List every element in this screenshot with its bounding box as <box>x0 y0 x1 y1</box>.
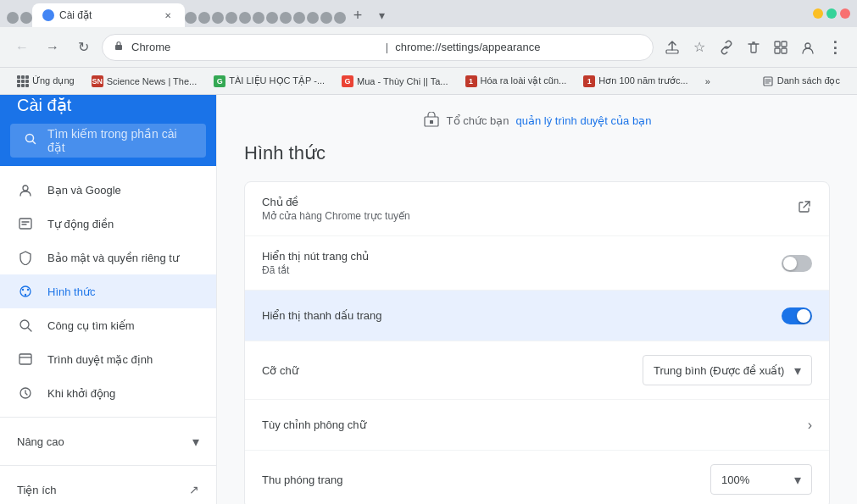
sidebar-item-khi-khoi-dong[interactable]: Khi khởi động <box>0 376 216 410</box>
reading-list-btn[interactable]: Danh sách đọc <box>755 72 847 91</box>
maximize-btn[interactable] <box>826 8 837 19</box>
person-icon <box>17 181 34 198</box>
sidebar-divider <box>0 417 216 418</box>
search-icon <box>24 132 37 149</box>
row-label: Thu phóng trang <box>262 474 710 486</box>
row-label: Cỡ chữ <box>262 364 643 377</box>
sidebar-item-tu-dong-dien[interactable]: Tự động điền <box>0 207 216 241</box>
row-control <box>782 307 812 324</box>
sidebar-nav: Bạn và Google Tự động điền Bảo mật và qu… <box>0 166 216 504</box>
tab-label: Cài đặt <box>59 9 92 21</box>
page-title: Hình thức <box>244 142 830 164</box>
bookmark-more-label: » <box>705 76 710 86</box>
sidebar-label: Công cụ tìm kiếm <box>47 319 135 332</box>
settings-row-co-chu: Cỡ chữ Trung bình (Được đề xuất) ▾ <box>245 341 829 400</box>
new-tab-button[interactable]: + <box>346 3 370 27</box>
reading-list-label: Danh sách đọc <box>777 75 840 86</box>
settings-search-bar[interactable]: Tìm kiếm trong phần cài đặt <box>10 124 206 158</box>
delete-button[interactable] <box>742 36 765 59</box>
row-text: Cỡ chữ <box>262 364 643 377</box>
row-sublabel: Đã tắt <box>262 264 782 276</box>
sidebar-tienich[interactable]: Tiện ích ↗ <box>0 473 216 504</box>
row-text: Thu phóng trang <box>262 474 710 486</box>
address-bar[interactable]: Chrome | chrome://settings/appearance <box>102 34 654 61</box>
settings-row-tuy-chinh-phong-chu[interactable]: Tùy chỉnh phông chữ › <box>245 400 829 451</box>
row-text: Chủ đề Mở cửa hàng Chrome trực tuyến <box>262 196 797 222</box>
sidebar-divider2 <box>0 465 216 466</box>
more-menu-button[interactable]: ⋮ <box>823 36 847 59</box>
reading-list-icon <box>762 75 774 87</box>
bookmark-tai-lieu[interactable]: G TÀI LIỆU HỌC TẬP -... <box>207 72 331 91</box>
svg-rect-6 <box>782 48 787 53</box>
svg-point-13 <box>22 289 24 291</box>
forward-button[interactable]: → <box>41 36 64 59</box>
hon-100-favicon: 1 <box>583 75 595 87</box>
bookmark-more-btn[interactable]: » <box>698 72 717 91</box>
sidebar-item-trinh-duyet-mac-dinh[interactable]: Trình duyệt mặc định <box>0 342 216 376</box>
extensions-button[interactable] <box>769 36 793 59</box>
homepage-toggle[interactable] <box>782 255 812 272</box>
svg-rect-5 <box>775 48 780 53</box>
font-size-dropdown[interactable]: Trung bình (Được đề xuất) ▾ <box>643 355 812 385</box>
sidebar-item-bao-mat[interactable]: Bảo mật và quyền riêng tư <box>0 241 216 274</box>
bookmark-label: Hóa ra loài vật cũn... <box>481 75 567 86</box>
tabs-more-button[interactable]: ▾ <box>370 3 393 27</box>
svg-rect-4 <box>782 42 787 47</box>
security-icon <box>113 40 125 54</box>
sidebar-label: Tự động điền <box>47 218 114 230</box>
bookmark-hoa-ra[interactable]: 1 Hóa ra loài vật cũn... <box>459 72 574 91</box>
sidebar-item-ban-va-google[interactable]: Bạn và Google <box>0 173 216 207</box>
org-link[interactable]: quản lý trình duyệt của bạn <box>515 114 651 127</box>
open-external-icon[interactable] <box>797 199 812 219</box>
org-banner-text: Tổ chức bạn <box>447 114 509 127</box>
svg-point-15 <box>25 294 26 296</box>
sidebar-label: Hình thức <box>47 285 95 298</box>
apps-bookmark[interactable]: Ứng dụng <box>10 72 81 91</box>
zoom-dropdown[interactable]: 100% ▾ <box>710 464 812 495</box>
sidebar-item-cong-cu-tim-kiem[interactable]: Công cụ tìm kiếm <box>0 308 216 342</box>
tai-lieu-favicon: G <box>214 75 225 87</box>
addressbar: ← → ↻ Chrome | chrome://settings/appeara… <box>0 27 857 68</box>
row-label: Hiển thị thanh dấu trang <box>262 309 782 322</box>
svg-rect-11 <box>19 219 31 229</box>
settings-search-container: Tìm kiếm trong phần cài đặt <box>0 115 216 166</box>
share-button[interactable] <box>660 36 684 59</box>
profile-button[interactable] <box>796 36 820 59</box>
bookmark-label: TÀI LIỆU HỌC TẬP -... <box>229 75 325 86</box>
minimize-btn[interactable] <box>813 8 823 19</box>
sidebar-label: Bạn và Google <box>47 184 121 197</box>
row-control <box>797 199 812 219</box>
bookmark-label: Mua - Thùy Chi || Ta... <box>357 76 448 86</box>
bookmark-button[interactable]: ☆ <box>687 36 711 59</box>
tab-close-btn[interactable]: ✕ <box>161 8 175 22</box>
sidebar-item-hinh-thuc[interactable]: Hình thức <box>0 274 216 308</box>
back-button[interactable]: ← <box>10 36 34 59</box>
bookmarks-bar: Ứng dụng SN Science News | The... G TÀI … <box>0 68 857 95</box>
dropdown-value: Trung bình (Được đề xuất) <box>654 364 787 377</box>
bookmark-hon-100[interactable]: 1 Hơn 100 năm trước... <box>576 72 694 91</box>
settings-card: Chủ đề Mở cửa hàng Chrome trực tuyến Hiể… <box>244 181 830 504</box>
dropdown-arrow-icon: ▾ <box>794 472 801 488</box>
browser-icon <box>17 351 34 368</box>
active-tab[interactable]: Cài đặt ✕ <box>32 3 185 27</box>
row-sublabel: Mở cửa hàng Chrome trực tuyến <box>262 210 797 222</box>
close-btn[interactable] <box>840 8 850 19</box>
link-button[interactable] <box>715 36 738 59</box>
bookmark-science-news[interactable]: SN Science News | The... <box>85 72 204 91</box>
bookmarks-bar-toggle[interactable] <box>782 307 812 324</box>
svg-rect-17 <box>19 354 31 364</box>
settings-row-chu-de: Chủ đề Mở cửa hàng Chrome trực tuyến <box>245 182 829 236</box>
refresh-button[interactable]: ↻ <box>71 36 95 59</box>
nangcao-label: Nâng cao <box>17 435 64 448</box>
svg-rect-20 <box>430 120 433 124</box>
row-label: Tùy chỉnh phông chữ <box>262 418 808 431</box>
bookmark-mua-thuy-chi[interactable]: G Mua - Thùy Chi || Ta... <box>335 72 454 91</box>
sidebar-nangcao-section[interactable]: Nâng cao ▾ <box>0 424 216 458</box>
svg-rect-2 <box>666 50 678 53</box>
settings-row-hien-thi-thanh: Hiển thị thanh dấu trang <box>245 291 829 341</box>
science-news-favicon: SN <box>92 75 103 87</box>
row-control: › <box>808 418 812 433</box>
sidebar-label: Khi khởi động <box>47 387 115 400</box>
chevron-right-icon: › <box>808 418 812 433</box>
settings-content: Tổ chức bạn quản lý trình duyệt của bạn … <box>217 95 857 504</box>
